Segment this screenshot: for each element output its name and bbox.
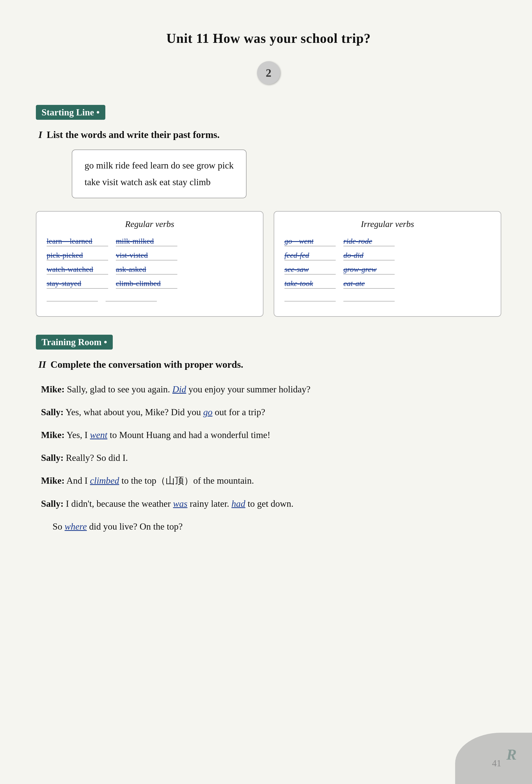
regular-verb-row-2: pick-picked vist-visted <box>47 251 253 260</box>
verbs-container: Regular verbs learn—learned milk-milked … <box>36 211 501 317</box>
regular-verb-row-1: learn—learned milk-milked <box>47 237 253 246</box>
word-list-line2: take visit watch ask eat stay climb <box>85 174 234 191</box>
irregular-verb-3b: grow-grew <box>344 265 395 274</box>
conv-line-6: Sally: I didn't, because the weather was… <box>41 494 501 514</box>
irregular-verb-row-2: feed-fed do-did <box>285 251 491 260</box>
regular-verbs-box: Regular verbs learn—learned milk-milked … <box>36 211 263 317</box>
irregular-verbs-title: Irregular verbs <box>285 219 491 229</box>
word-box: go milk ride feed learn do see grow pick… <box>72 149 246 198</box>
fill-did: Did <box>173 384 186 394</box>
irregular-verb-row-4: take-took eat-ate <box>285 279 491 288</box>
conv-line-2: Sally: Yes, what about you, Mike? Did yo… <box>41 402 501 422</box>
irregular-verbs-box: Irregular verbs go—went ride-rode feed-f… <box>274 211 501 317</box>
speaker-sally-1: Sally: <box>41 407 64 417</box>
irregular-verb-2b: do-did <box>344 251 395 260</box>
regular-verb-1b: milk-milked <box>116 237 177 246</box>
instruction-i-text: List the words and write their past form… <box>47 129 219 140</box>
page-title: Unit 11 How was your school trip? <box>36 31 501 46</box>
fill-go: go <box>203 407 212 417</box>
irregular-verb-row-3: see-saw grow-grew <box>285 265 491 274</box>
irregular-verb-1a: go—went <box>285 237 336 246</box>
regular-verbs-title: Regular verbs <box>47 219 253 229</box>
conv-line-7: So where did you live? On the top? <box>41 516 501 537</box>
fill-went: went <box>90 430 107 440</box>
irregular-verb-4b: eat-ate <box>344 279 395 288</box>
speaker-mike-1: Mike: <box>41 384 65 394</box>
speaker-sally-3: Sally: <box>41 499 64 509</box>
regular-verb-4a: stay-stayed <box>47 279 108 288</box>
regular-verb-row-3: watch-watched ask-asked <box>47 265 253 274</box>
regular-verb-1a: learn—learned <box>47 237 108 246</box>
irregular-verb-blank-5a <box>285 293 336 301</box>
speaker-sally-2: Sally: <box>41 453 64 463</box>
regular-verb-2a: pick-picked <box>47 251 108 260</box>
roman-i: I <box>38 129 42 140</box>
irregular-verb-2a: feed-fed <box>285 251 336 260</box>
conv-line-1: Mike: Sally, glad to see you again. Did … <box>41 379 501 399</box>
circle-number: 2 <box>257 61 280 84</box>
speaker-mike-3: Mike: <box>41 475 65 486</box>
instruction-i: I List the words and write their past fo… <box>38 129 501 140</box>
regular-verb-4b: climb-climbed <box>116 279 177 288</box>
decorative-blob <box>455 733 532 784</box>
word-list-line1: go milk ride feed learn do see grow pick <box>85 157 234 174</box>
regular-verb-blank-5a <box>47 293 98 301</box>
training-section: Training Room II Complete the conversati… <box>36 332 501 537</box>
irregular-verb-row-1: go—went ride-rode <box>285 237 491 246</box>
regular-verb-row-4: stay-stayed climb-climbed <box>47 279 253 288</box>
instruction-ii: II Complete the conversation with proper… <box>38 359 501 370</box>
conversation: Mike: Sally, glad to see you again. Did … <box>41 379 501 537</box>
regular-verb-2b: vist-visted <box>116 251 177 260</box>
fill-had: had <box>231 499 245 509</box>
irregular-verb-blank-5b <box>344 293 395 301</box>
roman-ii: II <box>38 359 46 370</box>
regular-verb-3b: ask-asked <box>116 265 177 274</box>
regular-verb-3a: watch-watched <box>47 265 108 274</box>
speaker-mike-2: Mike: <box>41 430 65 440</box>
fill-was: was <box>173 499 187 509</box>
regular-verb-blank-5b <box>106 293 157 301</box>
irregular-verb-1b: ride-rode <box>344 237 395 246</box>
irregular-verb-4a: take-took <box>285 279 336 288</box>
conv-line-5: Mike: And I climbed to the top（山顶）of the… <box>41 471 501 491</box>
conv-line-3: Mike: Yes, I went to Mount Huang and had… <box>41 425 501 445</box>
fill-climbed: climbed <box>90 475 119 486</box>
training-room-header: Training Room <box>36 335 113 349</box>
irregular-verb-row-5 <box>285 293 491 301</box>
conv-line-4: Sally: Really? So did I. <box>41 448 501 468</box>
irregular-verb-3a: see-saw <box>285 265 336 274</box>
fill-where: where <box>65 522 87 532</box>
instruction-ii-text: Complete the conversation with proper wo… <box>51 359 243 370</box>
starting-line-header: Starting Line <box>36 105 105 120</box>
regular-verb-row-5 <box>47 293 253 301</box>
